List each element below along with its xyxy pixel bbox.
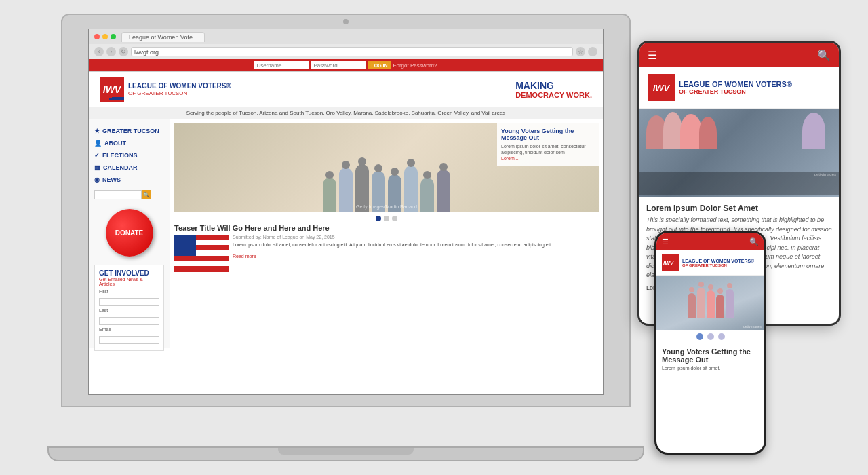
tablet-hero: gettyimages xyxy=(639,109,839,197)
phone-person-2 xyxy=(697,288,705,318)
lwv-stripe xyxy=(100,97,124,99)
get-involved-box: GET INVOLVED Get Emailed News & Articles… xyxy=(94,265,164,351)
flag-image xyxy=(174,235,229,272)
laptop-body: League of Women Vote... ‹ › ↻ lwvgt.org … xyxy=(61,14,631,407)
laptop-camera xyxy=(343,19,349,24)
nav-elections[interactable]: ✓ ELECTIONS xyxy=(89,149,170,162)
maximize-dot[interactable] xyxy=(111,34,116,39)
site-tagline: Serving the people of Tucson, Arizona an… xyxy=(89,107,603,119)
news-text: Lorem ipsum dolor sit amet, consectetur … xyxy=(501,143,595,155)
phone-hero: gettyimages xyxy=(656,276,764,330)
phone-dot-3[interactable] xyxy=(718,333,725,340)
phone-lwv-badge: IWV xyxy=(662,254,679,271)
tablet-search-icon[interactable]: 🔍 xyxy=(817,49,831,62)
phone-hero-img xyxy=(656,276,764,330)
email-field: Email xyxy=(99,327,159,344)
login-button[interactable]: LOG IN xyxy=(368,61,390,69)
news-sidebar: Young Voters Getting the Message Out Lor… xyxy=(497,124,599,166)
password-input[interactable] xyxy=(311,61,366,69)
phone-dot-2[interactable] xyxy=(707,333,714,340)
phone-person-5 xyxy=(726,289,734,318)
phone-person-1 xyxy=(688,293,696,318)
site-body: ★ GREATER TUCSON 👤 ABOUT ✓ ELECTIONS xyxy=(89,119,603,348)
flag-canton xyxy=(174,235,196,256)
last-name-label: Last xyxy=(99,308,159,313)
phone-screen: ☰ 🔍 IWV LEAGUE OF WOMEN VOTERS® OF GREAT… xyxy=(656,233,764,453)
email-input[interactable] xyxy=(99,336,159,344)
nav-about[interactable]: 👤 ABOUT xyxy=(89,137,170,149)
username-input[interactable] xyxy=(254,61,309,69)
lwv-initials: IWV xyxy=(103,84,121,95)
person-5 xyxy=(802,113,825,149)
first-name-label: First xyxy=(99,289,159,294)
person-silhouette xyxy=(323,178,336,212)
auth-bar: LOG IN Forgot Password? xyxy=(89,59,603,71)
close-dot[interactable] xyxy=(94,34,100,39)
tablet-header: ☰ 🔍 xyxy=(639,43,839,67)
org-name: LEAGUE OF WOMEN VOTERS® xyxy=(128,82,231,90)
tablet-lwv-badge: IWV xyxy=(648,74,675,101)
check-icon: ✓ xyxy=(94,152,100,159)
making-democracy-text: MAKING xyxy=(515,80,592,91)
browser-titlebar: League of Women Vote... xyxy=(89,29,603,44)
nav-news[interactable]: ◉ NEWS xyxy=(89,174,170,186)
nav-greater-tucson[interactable]: ★ GREATER TUCSON xyxy=(89,125,170,137)
address-bar[interactable]: lwvgt.org xyxy=(131,47,573,56)
tablet-hero-bg: gettyimages xyxy=(639,109,839,197)
search-input[interactable] xyxy=(94,190,142,200)
browser-tab[interactable]: League of Women Vote... xyxy=(121,32,205,42)
last-name-input[interactable] xyxy=(99,317,159,325)
article-body: Submitted by: Name of League on May 22, … xyxy=(233,235,553,272)
forward-button[interactable]: › xyxy=(106,47,116,56)
person-silhouette xyxy=(420,178,434,212)
article-text: Lorem ipsum dolor sit amet, consectetur … xyxy=(233,242,553,248)
star-icon: ★ xyxy=(94,128,100,134)
tablet-article-title: Lorem Ipsum Dolor Set Amet xyxy=(646,204,832,213)
hamburger-icon[interactable]: ☰ xyxy=(648,49,657,62)
phone-header: ☰ 🔍 xyxy=(656,233,764,250)
forgot-password-link[interactable]: Forgot Password? xyxy=(393,62,437,69)
org-subtitle: OF GREATER TUCSON xyxy=(128,90,231,97)
scene: League of Women Vote... ‹ › ↻ lwvgt.org … xyxy=(0,0,868,475)
search-button[interactable]: 🔍 xyxy=(142,190,151,200)
bookmark-button[interactable]: ☆ xyxy=(576,47,585,56)
getty-watermark-tablet: gettyimages xyxy=(814,172,836,176)
carousel-dot-3[interactable] xyxy=(392,216,397,221)
donate-button[interactable]: DONATE xyxy=(106,209,153,256)
phone-hamburger-icon[interactable]: ☰ xyxy=(662,238,669,246)
getty-watermark: Getty Images/Martin Barraud xyxy=(356,204,417,209)
article-meta: Submitted by: Name of League on May 22, … xyxy=(233,235,553,240)
menu-button[interactable]: ⋮ xyxy=(588,47,597,56)
globe-icon: ◉ xyxy=(94,176,100,183)
tablet-logo: IWV LEAGUE OF WOMEN VOTERS® OF GREATER T… xyxy=(639,67,839,109)
phone-people-group xyxy=(688,288,734,318)
minimize-dot[interactable] xyxy=(102,34,108,39)
browser-dots xyxy=(94,34,116,39)
nav-calendar[interactable]: ▦ CALENDAR xyxy=(89,162,170,174)
phone-search-icon[interactable]: 🔍 xyxy=(749,238,759,246)
lwv-logo: IWV LEAGUE OF WOMEN VOTERS® OF GREATER T… xyxy=(100,77,231,102)
phone-device: ☰ 🔍 IWV LEAGUE OF WOMEN VOTERS® OF GREAT… xyxy=(654,231,766,455)
last-name-field: Last xyxy=(99,308,159,325)
read-more-link[interactable]: Read more xyxy=(233,254,256,259)
site-header: IWV LEAGUE OF WOMEN VOTERS® OF GREATER T… xyxy=(89,72,603,107)
first-name-input[interactable] xyxy=(99,298,159,306)
person-icon: 👤 xyxy=(94,140,102,147)
site-main: Young Voters Getting the Message Out Lor… xyxy=(170,119,603,348)
browser-nav: ‹ › ↻ lwvgt.org ☆ ⋮ xyxy=(89,44,603,59)
email-label: Email xyxy=(99,327,159,332)
carousel-dot-1[interactable] xyxy=(376,216,381,221)
person-2 xyxy=(663,112,682,149)
article-title: Teaser Title Will Go Here and Here and H… xyxy=(174,224,599,232)
news-link[interactable]: Lorem... xyxy=(501,156,519,161)
person-silhouette xyxy=(339,168,353,212)
carousel-dot-2[interactable] xyxy=(384,216,389,221)
refresh-button[interactable]: ↻ xyxy=(119,47,128,56)
phone-dot-1[interactable] xyxy=(696,333,703,340)
phone-carousel-dots xyxy=(656,330,764,343)
phone-logo-row: IWV LEAGUE OF WOMEN VOTERS® OF GREATER T… xyxy=(656,250,764,276)
phone-news-text: Lorem ipsum dolor sit amet. xyxy=(662,365,759,372)
back-button[interactable]: ‹ xyxy=(94,47,104,56)
phone-person-4 xyxy=(716,294,724,318)
news-title: Young Voters Getting the Message Out xyxy=(501,128,595,141)
